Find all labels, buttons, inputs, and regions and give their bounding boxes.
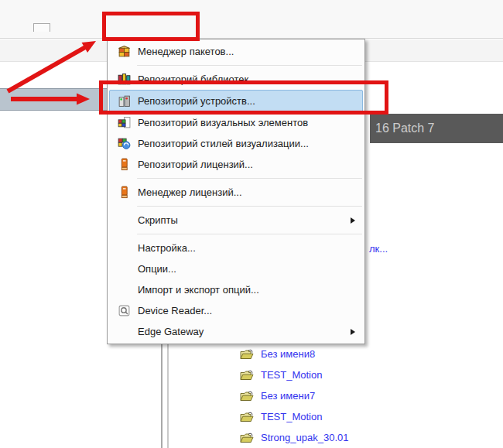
menu-item-label: Импорт и экспорт опций... <box>138 284 259 296</box>
menu-item-icon <box>118 186 131 199</box>
menu-item-options[interactable]: Опции... <box>109 258 363 279</box>
menu-item-icon-gutter <box>110 283 138 296</box>
menu-item-icon-gutter <box>110 116 138 129</box>
recent-project-link[interactable]: TEST_Motion <box>240 406 495 427</box>
app-window: 16 Patch 7 лк... Без имени8 TEST_Motion … <box>0 0 503 448</box>
menu-item-visual-elements-repository[interactable]: Репозиторий визуальных элементов <box>109 112 363 133</box>
panel-edge-line <box>161 344 163 448</box>
recent-project-link[interactable]: TEST_Motion <box>261 411 322 422</box>
truncated-link[interactable]: лк... <box>369 243 388 255</box>
recent-projects-list: Без имени8 TEST_Motion Без имени7 TEST_M… <box>240 344 495 448</box>
recent-project-link[interactable]: TEST_Motion <box>240 364 495 385</box>
menu-item-icon-gutter <box>110 214 138 227</box>
menu-separator <box>137 65 362 66</box>
menu-item-icon-gutter <box>110 262 138 275</box>
menubar-item-tools[interactable] <box>33 23 50 32</box>
menubar-item-help[interactable] <box>76 23 91 31</box>
menu-item-license-manager[interactable]: Менеджер лицензий... <box>109 182 363 203</box>
toolbar-group-right <box>370 39 503 61</box>
menu-item-icon-gutter <box>110 325 138 338</box>
menu-item-icon-gutter <box>110 158 138 171</box>
panel-edge-line <box>167 344 169 448</box>
toolbar-group-left <box>2 39 118 61</box>
menu-item-label: Edge Gateway <box>138 326 204 337</box>
menu-item-visualization-styles-repository[interactable]: Репозиторий стилей визуализации... <box>109 133 363 154</box>
menu-item-icon <box>118 116 131 129</box>
menu-separator <box>137 178 362 179</box>
menu-item-label: Device Reader... <box>138 305 212 316</box>
recent-project-link[interactable]: Без имени8 <box>261 348 315 360</box>
menu-separator <box>137 206 362 207</box>
menu-item-label: Репозиторий стилей визуализации... <box>138 138 309 149</box>
recent-project-link[interactable]: Без имени7 <box>240 385 495 406</box>
menu-item-icon <box>118 158 131 171</box>
background-selected-row[interactable] <box>0 88 107 111</box>
submenu-arrow-icon <box>351 329 355 335</box>
submenu-arrow-icon <box>351 217 355 224</box>
menu-item-package-manager[interactable]: Менеджер пакетов... <box>109 41 363 62</box>
menu-item-device-reader[interactable]: Device Reader... <box>109 300 363 321</box>
menu-item-icon-gutter <box>110 186 138 199</box>
annotation-box-device-repository <box>99 80 388 115</box>
open-folder-icon <box>240 411 254 422</box>
menu-item-edge-gateway[interactable]: Edge Gateway <box>109 321 363 342</box>
recent-project-link[interactable]: Strong_upak_30.01 <box>240 427 495 448</box>
menu-item-label: Менеджер лицензий... <box>138 186 242 198</box>
menu-item-customize[interactable]: Настройка... <box>109 238 363 258</box>
version-banner-text: 16 Patch 7 <box>375 121 435 135</box>
annotation-box-tools-menu <box>102 12 200 41</box>
menu-item-scripts[interactable]: Скрипты <box>109 210 363 231</box>
menu-item-label: Скрипты <box>138 214 178 226</box>
menu-item-icon-gutter <box>110 241 138 255</box>
menubar-item-online[interactable] <box>0 23 10 31</box>
recent-project-link[interactable]: Без имени7 <box>261 390 315 402</box>
open-folder-icon <box>240 348 254 360</box>
menubar-items <box>0 16 91 38</box>
menubar-item-window[interactable] <box>60 23 76 31</box>
menu-item-icon <box>118 304 131 317</box>
menu-item-label: Репозиторий визуальных элементов <box>138 117 308 128</box>
recent-project-link[interactable]: Без имени8 <box>240 344 495 364</box>
menubar <box>0 0 503 39</box>
menubar-item-debug[interactable] <box>10 23 26 31</box>
menu-item-label: Настройка... <box>138 242 196 254</box>
menu-item-label: Менеджер пакетов... <box>138 46 234 57</box>
menu-item-icon-gutter <box>110 304 138 317</box>
menu-item-label: Репозиторий лицензий... <box>138 159 253 170</box>
version-banner: 16 Patch 7 <box>370 114 503 143</box>
menu-item-icon <box>118 137 131 150</box>
menu-item-license-repository[interactable]: Репозиторий лицензий... <box>109 154 363 175</box>
recent-project-link[interactable]: Strong_upak_30.01 <box>261 432 348 443</box>
open-folder-icon <box>240 390 254 402</box>
menu-item-icon-gutter <box>110 45 138 58</box>
recent-project-link[interactable]: TEST_Motion <box>261 369 322 381</box>
menu-item-label: Опции... <box>138 263 176 275</box>
menu-item-import-export-options[interactable]: Импорт и экспорт опций... <box>109 279 363 300</box>
open-folder-icon <box>240 432 254 443</box>
open-folder-icon <box>240 369 254 381</box>
menu-item-icon-gutter <box>110 137 138 150</box>
menu-item-icon <box>118 45 131 58</box>
menu-separator <box>137 234 362 234</box>
